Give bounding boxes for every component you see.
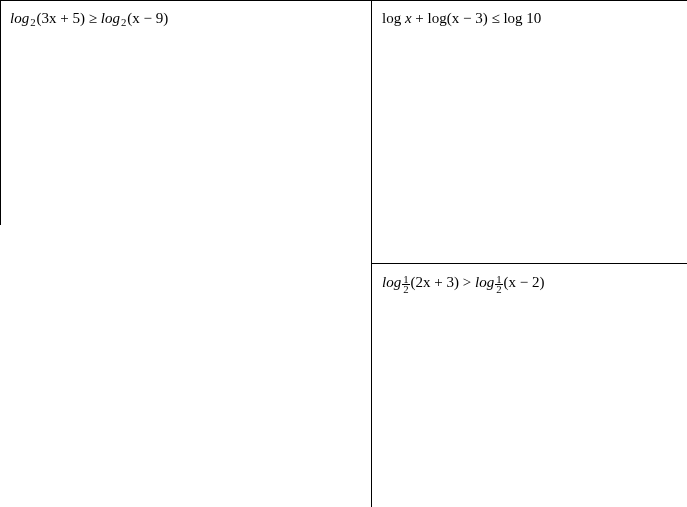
operator-ge: ≥ — [89, 10, 97, 26]
problem-b-expression: log x + log(x − 3) ≤ log 10 — [382, 10, 541, 26]
log-base-fraction: 12 — [401, 275, 410, 294]
log-base-fraction: 12 — [494, 275, 503, 294]
problem-cell-a: log2(3x + 5) ≥ log2(x − 9) — [0, 0, 371, 507]
fn-log: log — [503, 10, 522, 26]
problem-cell-b: log x + log(x − 3) ≤ log 10 — [372, 0, 687, 263]
rhs-arg: (x − 2) — [504, 274, 545, 290]
problem-cell-c: log12(2x + 3) > log12(x − 2) — [372, 264, 687, 507]
lhs-arg: (2x + 3) — [411, 274, 459, 290]
fn-log: log — [382, 274, 401, 290]
operator-le: ≤ — [491, 10, 499, 26]
worksheet-page: log2(3x + 5) ≥ log2(x − 9) log x + log(x… — [0, 0, 687, 507]
problem-a-expression: log2(3x + 5) ≥ log2(x − 9) — [10, 10, 168, 26]
rhs-arg: (x − 9) — [127, 10, 168, 26]
fn-log: log — [475, 274, 494, 290]
t1-arg: x — [405, 10, 412, 26]
frac-den: 2 — [495, 284, 502, 294]
t2-arg: (x − 3) — [447, 10, 488, 26]
fn-log: log — [10, 10, 29, 26]
lhs-arg: (3x + 5) — [37, 10, 85, 26]
frac-den: 2 — [402, 284, 409, 294]
fn-log: log — [428, 10, 447, 26]
rhs-arg: 10 — [526, 10, 541, 26]
operator-gt: > — [463, 274, 471, 290]
plus: + — [415, 10, 423, 26]
fn-log: log — [382, 10, 401, 26]
log-base: 2 — [29, 16, 36, 28]
fn-log: log — [101, 10, 120, 26]
problem-c-expression: log12(2x + 3) > log12(x − 2) — [382, 274, 545, 290]
